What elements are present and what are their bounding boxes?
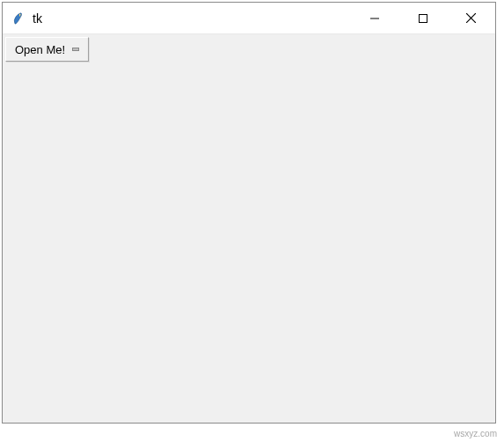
open-me-menubutton[interactable]: Open Me! xyxy=(5,37,89,62)
window-controls xyxy=(350,3,495,33)
menubutton-label: Open Me! xyxy=(15,43,65,56)
titlebar: tk xyxy=(3,3,495,34)
content-area: Open Me! xyxy=(3,34,495,423)
maximize-button[interactable] xyxy=(398,3,447,33)
minimize-button[interactable] xyxy=(350,3,398,33)
watermark-text: wsxyz.com xyxy=(454,429,497,438)
close-button[interactable] xyxy=(447,3,495,33)
application-window: tk Open Me! xyxy=(2,2,496,424)
window-title: tk xyxy=(33,11,350,26)
svg-rect-1 xyxy=(419,14,427,22)
app-icon xyxy=(11,11,26,26)
dropdown-indicator-icon xyxy=(72,48,79,51)
